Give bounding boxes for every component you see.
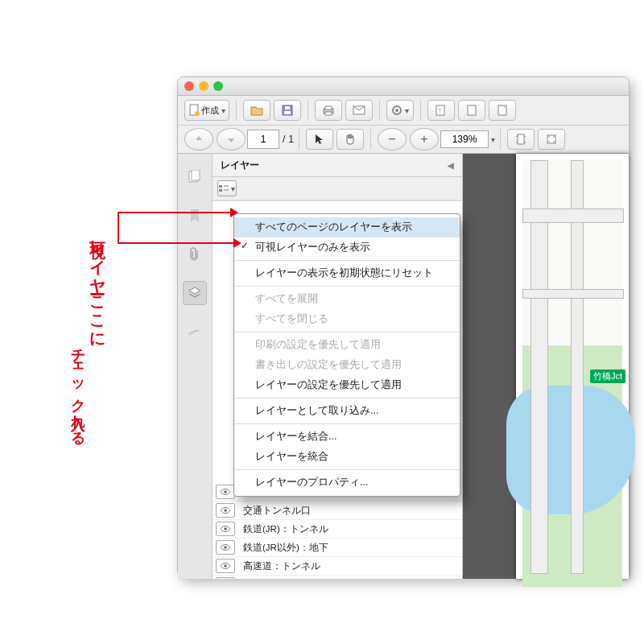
layers-options-menu[interactable]: すべてのページのレイヤーを表示可視レイヤーのみを表示レイヤーの表示を初期状態にリ… bbox=[233, 213, 460, 497]
zoom-value-input[interactable] bbox=[440, 130, 489, 148]
map-preview: 竹橋Jct bbox=[522, 160, 622, 572]
layers-options-row: ▾ bbox=[213, 177, 462, 200]
document-star-icon bbox=[188, 104, 201, 117]
layer-row[interactable]: 鉄道(JR)：トンネル bbox=[213, 520, 462, 539]
page-total: 1 bbox=[288, 134, 294, 145]
annotation-check-text: チェック入れる bbox=[68, 338, 88, 437]
create-pdf-button[interactable]: 作成 ▾ bbox=[184, 100, 229, 121]
thumbnails-tab[interactable] bbox=[183, 165, 207, 189]
select-tool-button[interactable] bbox=[306, 129, 333, 150]
visibility-eye-icon[interactable] bbox=[216, 540, 235, 555]
svg-rect-7 bbox=[325, 112, 332, 115]
signatures-tab[interactable] bbox=[183, 320, 207, 344]
visibility-eye-icon[interactable] bbox=[216, 522, 235, 536]
menu-separator bbox=[234, 286, 460, 287]
zoom-in-button[interactable]: + bbox=[410, 128, 439, 151]
arrowhead-icon bbox=[230, 208, 238, 217]
visibility-eye-icon[interactable] bbox=[216, 485, 235, 499]
road-segment bbox=[522, 289, 624, 299]
bookmarks-tab[interactable] bbox=[183, 204, 207, 228]
pages-icon bbox=[188, 170, 202, 184]
menu-item: 印刷の設定を優先して適用 bbox=[234, 335, 460, 355]
bookmark-icon bbox=[188, 208, 201, 223]
menu-item[interactable]: すべてのページのレイヤーを表示 bbox=[234, 217, 460, 237]
collapse-panel-icon[interactable]: ◀ bbox=[448, 161, 454, 170]
menu-separator bbox=[234, 260, 460, 261]
layer-row[interactable]: 高速道：トンネル bbox=[213, 557, 462, 576]
arrow-up-icon bbox=[195, 135, 203, 143]
minus-icon: − bbox=[388, 132, 395, 147]
menu-item[interactable]: レイヤーとして取り込み... bbox=[234, 401, 460, 421]
layer-name: 高速道：トンネル bbox=[243, 560, 320, 572]
hand-icon bbox=[345, 134, 356, 145]
attachments-tab[interactable] bbox=[183, 242, 207, 266]
page-icon bbox=[466, 105, 477, 116]
fit-width-icon bbox=[546, 134, 557, 145]
svg-rect-3 bbox=[284, 111, 291, 114]
menu-item[interactable]: レイヤーを結合... bbox=[234, 427, 460, 447]
visibility-eye-icon[interactable] bbox=[216, 577, 235, 579]
fit-page-button[interactable] bbox=[507, 129, 535, 150]
prev-page-button[interactable] bbox=[184, 128, 213, 151]
layers-options-button[interactable]: ▾ bbox=[217, 180, 237, 196]
menu-item[interactable]: レイヤーのプロパティ... bbox=[234, 473, 460, 493]
print-button[interactable] bbox=[315, 100, 342, 121]
highlight-button[interactable] bbox=[458, 100, 485, 121]
settings-button[interactable]: ▾ bbox=[386, 100, 414, 121]
chevron-down-icon[interactable]: ▾ bbox=[491, 135, 495, 144]
zoom-out-button[interactable]: − bbox=[378, 128, 407, 151]
open-button[interactable] bbox=[243, 100, 270, 121]
create-button-label: 作成 bbox=[201, 105, 219, 117]
layer-name: 交通トンネル口 bbox=[243, 505, 311, 517]
text-edit-icon: T bbox=[436, 105, 447, 116]
layer-row[interactable]: 交通トンネル口 bbox=[213, 502, 462, 520]
visibility-eye-icon[interactable] bbox=[216, 503, 235, 518]
layers-panel-title: レイヤー bbox=[221, 159, 259, 172]
titlebar[interactable] bbox=[178, 77, 629, 96]
hand-tool-button[interactable] bbox=[336, 129, 364, 150]
visibility-eye-icon[interactable] bbox=[216, 559, 235, 573]
annotation-main: 可視レイヤーここに bbox=[87, 229, 109, 343]
menu-item[interactable]: レイヤーの表示を初期状態にリセット bbox=[234, 263, 460, 283]
document-area[interactable]: 竹橋Jct bbox=[463, 154, 629, 579]
menu-item[interactable]: 可視レイヤーのみを表示 bbox=[234, 237, 460, 258]
close-window-button[interactable] bbox=[184, 81, 194, 91]
svg-rect-6 bbox=[325, 106, 332, 109]
svg-text:T: T bbox=[438, 107, 442, 114]
layer-row[interactable]: 都道府県道：トンネル bbox=[213, 576, 462, 579]
menu-item: すべてを閉じる bbox=[234, 309, 460, 329]
callout-arrow-1 bbox=[118, 212, 230, 213]
envelope-icon bbox=[353, 105, 365, 115]
arrow-down-icon bbox=[227, 135, 235, 143]
stamp-button[interactable] bbox=[489, 100, 516, 121]
svg-rect-19 bbox=[219, 185, 222, 188]
next-page-button[interactable] bbox=[217, 128, 246, 151]
chevron-down-icon: ▾ bbox=[405, 106, 409, 115]
menu-separator bbox=[234, 332, 460, 332]
fit-page-icon bbox=[515, 134, 526, 145]
nav-toolbar: / 1 − + ▾ bbox=[178, 126, 629, 154]
zoom-window-button[interactable] bbox=[213, 81, 223, 91]
save-button[interactable] bbox=[274, 100, 301, 121]
menu-separator bbox=[234, 423, 460, 424]
annotation-check: チェック入れる bbox=[68, 338, 88, 437]
layer-name: 鉄道(JR)：トンネル bbox=[243, 523, 328, 535]
layer-row[interactable]: 鉄道(JR以外)：地下 bbox=[213, 539, 462, 557]
menu-item: すべてを展開 bbox=[234, 289, 460, 309]
svg-point-24 bbox=[224, 509, 227, 512]
minimize-window-button[interactable] bbox=[199, 81, 208, 91]
page-number-input[interactable] bbox=[247, 130, 279, 149]
text-edit-button[interactable]: T bbox=[427, 100, 455, 121]
svg-point-23 bbox=[224, 490, 227, 493]
menu-item[interactable]: レイヤーの設定を優先して適用 bbox=[234, 375, 460, 395]
menu-item[interactable]: レイヤーを統合 bbox=[234, 447, 460, 467]
fit-width-button[interactable] bbox=[538, 129, 565, 150]
email-button[interactable] bbox=[345, 100, 373, 121]
callout-connector bbox=[118, 213, 119, 243]
callout-arrow-2 bbox=[118, 242, 233, 244]
svg-point-1 bbox=[195, 111, 200, 116]
annotation-main-text: 可視レイヤーここに bbox=[87, 229, 109, 341]
menu-item: 書き出しの設定を優先して適用 bbox=[234, 355, 460, 375]
layers-tab[interactable] bbox=[183, 281, 207, 305]
layers-panel-header: レイヤー ◀ bbox=[213, 154, 462, 177]
